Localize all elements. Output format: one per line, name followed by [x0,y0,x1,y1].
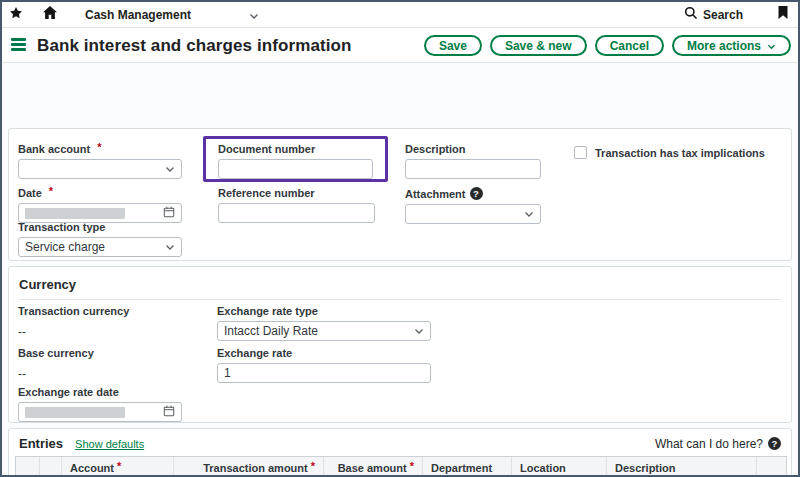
description-column-header: Description [607,457,757,477]
page-title: Bank interest and charges information [37,36,352,56]
exchange-rate-date-input[interactable] [18,402,182,422]
description-label: Description [405,143,543,155]
base-currency-label: Base currency [18,347,94,359]
page-header: Bank interest and charges information Sa… [2,29,798,63]
more-actions-label: More actions [687,39,761,53]
exchange-rate-type-select[interactable]: Intacct Daily Rate [217,321,431,341]
transaction-amount-column-header: Transaction amount* [174,457,324,477]
reference-number-input[interactable] [218,203,375,223]
help-icon: ? [768,437,781,450]
chevron-down-icon [165,162,175,176]
more-actions-button[interactable]: More actions [672,35,791,56]
department-column-header: Department [423,457,512,477]
bank-account-select[interactable] [18,159,182,179]
location-column-header: Location [512,457,607,477]
redacted-value [25,208,125,219]
list-menu-icon[interactable] [11,38,26,53]
required-marker: * [97,141,101,153]
chevron-down-icon [414,324,424,338]
description-input[interactable] [405,159,541,179]
entries-table-header-row: Account* Transaction amount* Base amount… [16,457,786,477]
exchange-rate-type-value: Intacct Daily Rate [224,324,318,338]
date-input[interactable] [18,203,182,223]
document-number-label: Document number [218,143,375,155]
transaction-type-value: Service charge [25,240,105,254]
tax-implications-checkbox[interactable] [574,146,587,159]
search-icon [684,6,698,23]
chevron-down-icon [767,39,776,53]
top-navigation-bar: Cash Management Search [2,2,798,28]
reference-number-label: Reference number [218,187,377,199]
attachment-label: Attachment ? [405,187,543,200]
chevron-down-icon[interactable] [249,6,259,24]
exchange-rate-date-label: Exchange rate date [18,386,183,398]
entries-table: Account* Transaction amount* Base amount… [15,456,787,477]
attachment-select[interactable] [405,204,541,224]
module-selector[interactable]: Cash Management [85,8,191,22]
transaction-details-panel: Bank account* Document number Descriptio… [8,128,792,261]
transaction-currency-value: -- [18,325,129,339]
base-amount-column-header: Base amount* [324,457,423,477]
redacted-value [25,407,125,418]
chevron-down-icon [165,240,175,254]
exchange-rate-type-label: Exchange rate type [217,305,433,317]
add-column-header [757,457,788,477]
base-currency-value: -- [18,367,94,381]
bank-account-label: Bank account* [18,143,183,155]
chevron-down-icon [524,207,534,221]
transaction-type-label: Transaction type [18,221,183,233]
calendar-icon[interactable] [163,206,175,221]
entries-section-title: Entries [19,436,63,451]
help-link-label: What can I do here? [655,437,763,451]
exchange-rate-input[interactable] [217,363,431,383]
required-marker: * [49,185,53,197]
row-number-column-header [40,457,62,477]
help-icon[interactable]: ? [470,187,483,200]
calendar-icon[interactable] [163,405,175,420]
global-search[interactable]: Search [684,6,743,23]
what-can-i-do-here-link[interactable]: What can I do here? ? [655,437,781,451]
transaction-type-select[interactable]: Service charge [18,237,182,257]
currency-panel: Currency Transaction currency -- Exchang… [8,266,792,423]
save-and-new-button[interactable]: Save & new [490,35,587,56]
drag-column-header [16,457,40,477]
show-defaults-link[interactable]: Show defaults [75,438,144,450]
favorite-star-icon[interactable] [9,6,23,24]
tax-implications-label: Transaction has tax implications [595,147,765,159]
currency-section-title: Currency [19,277,781,300]
document-number-input[interactable] [218,159,373,179]
save-button[interactable]: Save [424,35,482,56]
account-column-header: Account* [62,457,174,477]
transaction-currency-label: Transaction currency [18,305,129,317]
main-content: Bank account* Document number Descriptio… [2,63,798,475]
entries-panel: Entries Show defaults What can I do here… [8,428,792,477]
exchange-rate-label: Exchange rate [217,347,433,359]
date-label: Date* [18,187,183,199]
app-window: Cash Management Search Bank interest and… [0,0,800,477]
cancel-button[interactable]: Cancel [595,35,664,56]
search-label: Search [703,8,743,22]
bookmark-icon[interactable] [777,5,789,24]
home-icon[interactable] [42,5,58,24]
